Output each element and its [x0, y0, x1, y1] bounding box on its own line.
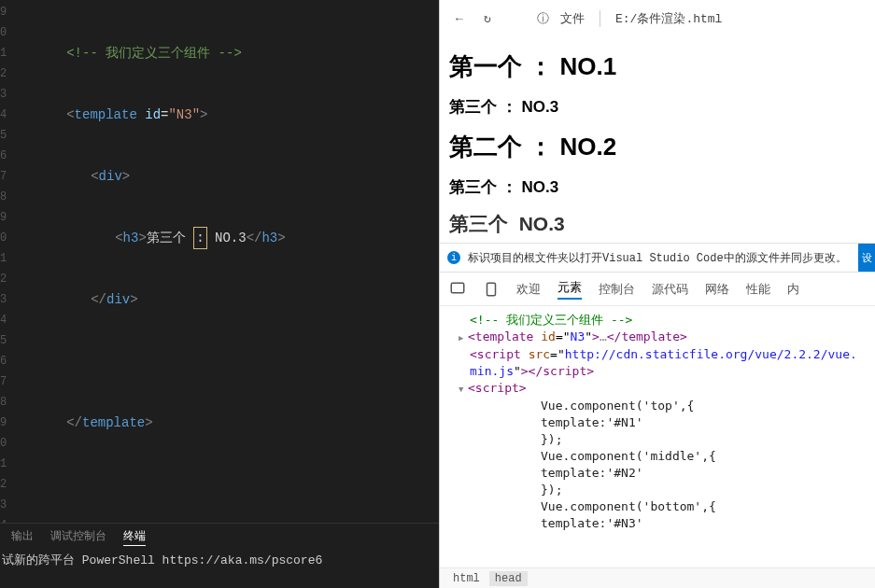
- info-banner-text: 标识项目的根文件夹以打开Visual Studio Code中的源文件并同步更改…: [468, 250, 851, 266]
- page-heading-3a: 第三个 ： NO.3: [449, 96, 866, 118]
- page-heading-cut: 第三个 NO.3: [449, 211, 866, 237]
- devtools-tab-network[interactable]: 网络: [705, 281, 729, 298]
- back-icon[interactable]: ←: [451, 10, 468, 27]
- devtools-breadcrumb: html head: [440, 567, 875, 588]
- devtools-tab-console[interactable]: 控制台: [599, 281, 635, 298]
- separator: [600, 10, 600, 27]
- devtools-tab-performance[interactable]: 性能: [746, 281, 770, 298]
- crumb-html[interactable]: html: [447, 571, 486, 586]
- devtools-tab-elements[interactable]: 元素: [557, 279, 582, 300]
- url-label: 文件: [560, 10, 585, 27]
- devtools-tab-more[interactable]: 内: [787, 281, 799, 298]
- editor-pane: 90123456789012345678901234 <!-- 我们定义三个组件…: [0, 0, 439, 588]
- page-heading-1: 第一个 ： NO.1: [449, 50, 866, 83]
- terminal-tab-terminal[interactable]: 终端: [123, 528, 146, 544]
- url-path[interactable]: E:/条件渲染.html: [615, 10, 722, 27]
- info-banner-action[interactable]: 设: [858, 244, 875, 272]
- info-icon[interactable]: ⓘ: [537, 10, 549, 27]
- devtools-tab-sources[interactable]: 源代码: [652, 281, 688, 298]
- expand-icon[interactable]: ▶: [459, 329, 468, 346]
- terminal-tab-debug[interactable]: 调试控制台: [50, 528, 106, 544]
- expand-icon[interactable]: ▼: [459, 381, 468, 398]
- code-comment: <!-- 我们定义三个组件 -->: [66, 43, 242, 63]
- devtools-elements-tree[interactable]: <!-- 我们定义三个组件 --> ▶<template id="N3">…</…: [440, 306, 875, 567]
- address-bar: ← ↻ ⓘ 文件 E:/条件渲染.html: [440, 0, 875, 37]
- code-body[interactable]: <!-- 我们定义三个组件 --> <template id="N3"> <di…: [10, 0, 439, 523]
- terminal-tab-output[interactable]: 输出: [11, 528, 34, 544]
- svg-rect-1: [487, 283, 496, 296]
- code-editor[interactable]: 90123456789012345678901234 <!-- 我们定义三个组件…: [0, 0, 439, 523]
- terminal-tabs: 输出 调试控制台 终端: [0, 523, 439, 549]
- browser-pane: ← ↻ ⓘ 文件 E:/条件渲染.html 第一个 ： NO.1 第三个 ： N…: [439, 0, 875, 588]
- inspect-icon[interactable]: [449, 281, 466, 298]
- rendered-page: 第一个 ： NO.1 第三个 ： NO.3 第二个 ： NO.2 第三个 ： N…: [440, 37, 875, 243]
- devtools-tabs: 欢迎 元素 控制台 源代码 网络 性能 内: [440, 273, 875, 306]
- info-banner: i 标识项目的根文件夹以打开Visual Studio Code中的源文件并同步…: [440, 243, 875, 273]
- info-icon-dot: i: [447, 251, 460, 264]
- line-number-gutter: 90123456789012345678901234: [0, 0, 10, 523]
- device-icon[interactable]: [483, 281, 500, 298]
- devtools-tab-welcome[interactable]: 欢迎: [516, 281, 541, 298]
- crumb-head[interactable]: head: [489, 571, 528, 586]
- refresh-icon[interactable]: ↻: [479, 10, 496, 27]
- page-heading-3b: 第三个 ： NO.3: [449, 176, 866, 198]
- page-heading-2: 第二个 ： NO.2: [449, 131, 866, 163]
- terminal-body[interactable]: 试新的跨平台 PowerShell https://aka.ms/pscore6: [0, 549, 439, 588]
- svg-rect-0: [451, 283, 464, 293]
